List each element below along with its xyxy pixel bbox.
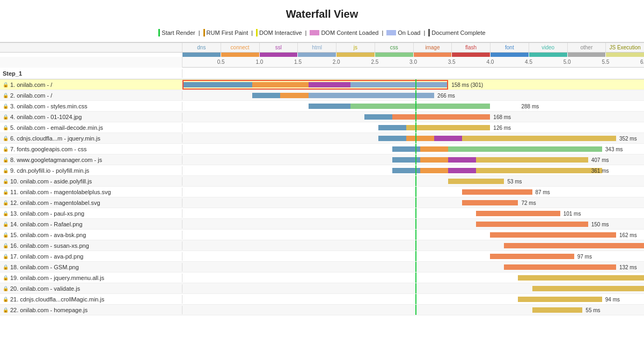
table-row[interactable]: 🔒19. onilab.com - jquery.mmenu.all.js225… bbox=[0, 272, 644, 283]
table-row[interactable]: 🔒9. cdn.polyfill.io - polyfill.min.js361… bbox=[0, 165, 644, 176]
table-row[interactable]: 🔒21. cdnjs.cloudfla...crollMagic.min.js9… bbox=[0, 294, 644, 305]
scale-label-5.0: 5.0 bbox=[564, 59, 571, 65]
row-name-cell: 🔒4. onilab.com - 01-1024.jpg bbox=[0, 113, 182, 121]
vline bbox=[415, 305, 416, 315]
js-color-band bbox=[336, 53, 375, 57]
col-video: video bbox=[529, 43, 568, 52]
row-name-text: 4. onilab.com - 01-1024.jpg bbox=[10, 114, 82, 120]
table-row[interactable]: 🔒4. onilab.com - 01-1024.jpg168 ms bbox=[0, 112, 644, 122]
col-other: other bbox=[568, 43, 606, 52]
bar-label: 97 ms bbox=[576, 253, 592, 259]
table-row[interactable]: 🔒14. onilab.com - Rafael.png150 ms bbox=[0, 219, 644, 230]
col-headers: dns connect ssl html js css image flash … bbox=[0, 42, 644, 53]
row-chart-cell: 407 ms bbox=[182, 154, 644, 165]
table-row[interactable]: 🔒8. www.googletagmanager.com - js407 ms bbox=[0, 154, 644, 165]
scale-label-5.5: 5.5 bbox=[602, 59, 609, 65]
bar-segment bbox=[448, 168, 476, 173]
table-row[interactable]: 🔒18. onilab.com - GSM.png132 ms bbox=[0, 262, 644, 272]
legend-on-load: On Load bbox=[386, 30, 420, 36]
bar-label: 53 ms bbox=[506, 178, 522, 184]
bar-label: 94 ms bbox=[604, 296, 620, 302]
lock-icon: 🔒 bbox=[3, 264, 9, 270]
bar-segment bbox=[490, 232, 616, 238]
bar-segment bbox=[504, 243, 644, 248]
col-image: image bbox=[414, 43, 452, 52]
lock-icon: 🔒 bbox=[3, 286, 9, 291]
row-name-cell: 🔒12. onilab.com - magentolabel.svg bbox=[0, 198, 182, 207]
bar-segment bbox=[350, 82, 448, 87]
bar-segment bbox=[462, 136, 616, 141]
table-row[interactable]: 🔒22. onilab.com - homepage.js55 ms bbox=[0, 305, 644, 315]
row-name-cell: 🔒13. onilab.com - paul-xs.png bbox=[0, 209, 182, 218]
bar-segment bbox=[309, 104, 350, 109]
table-row[interactable]: 🔒6. cdnjs.cloudfla...m - jquery.min.js35… bbox=[0, 133, 644, 144]
document-complete-label: Document Complete bbox=[431, 30, 485, 36]
lock-icon: 🔒 bbox=[3, 104, 9, 109]
row-chart-cell: 150 ms bbox=[182, 219, 644, 229]
type-color-bands bbox=[0, 53, 644, 57]
row-name-cell: 🔒3. onilab.com - styles.min.css bbox=[0, 102, 182, 110]
lock-icon: 🔒 bbox=[3, 243, 9, 248]
bar-segment bbox=[476, 168, 602, 173]
row-name-text: 20. onilab.com - validate.js bbox=[10, 285, 80, 292]
table-row[interactable]: 🔒10. onilab.com - aside.polyfill.js53 ms bbox=[0, 176, 644, 187]
table-row[interactable]: 🔒20. onilab.com - validate.js176 ms bbox=[0, 283, 644, 294]
table-row[interactable]: 🔒5. onilab.com - email-decode.min.js126 … bbox=[0, 122, 644, 133]
bar-segment bbox=[434, 136, 462, 141]
lock-icon: 🔒 bbox=[3, 157, 9, 163]
row-name-cell: 🔒14. onilab.com - Rafael.png bbox=[0, 220, 182, 229]
video-color-band bbox=[529, 53, 568, 57]
bar-segment bbox=[392, 168, 420, 173]
row-name-text: 17. onilab.com - ava-pd.png bbox=[10, 253, 83, 260]
dom-interactive-color bbox=[256, 29, 258, 36]
row-name-text: 7. fonts.googleapis.com - css bbox=[10, 146, 86, 152]
dom-content-loaded-color bbox=[310, 30, 319, 35]
page-title: Waterfall View bbox=[0, 0, 644, 26]
on-load-color bbox=[386, 30, 396, 35]
bar-segment bbox=[378, 136, 406, 141]
row-name-text: 8. www.googletagmanager.com - js bbox=[10, 157, 102, 163]
vline bbox=[415, 283, 416, 293]
col-font: font bbox=[491, 43, 529, 52]
bar-segment bbox=[476, 211, 560, 216]
bar-segment bbox=[392, 114, 490, 120]
row-name-text: 10. onilab.com - aside.polyfill.js bbox=[10, 178, 92, 185]
on-load-label: On Load bbox=[398, 30, 420, 36]
lock-icon: 🔒 bbox=[3, 275, 9, 281]
table-row[interactable]: 🔒15. onilab.com - ava-bsk.png162 ms bbox=[0, 230, 644, 240]
bar-segment bbox=[420, 157, 448, 163]
table-row[interactable]: 🔒1. onilab.com - /158 ms (301) bbox=[0, 79, 644, 90]
table-row[interactable]: 🔒3. onilab.com - styles.min.css288 ms bbox=[0, 101, 644, 112]
lock-icon: 🔒 bbox=[3, 146, 9, 152]
table-row[interactable]: 🔒7. fonts.googleapis.com - css343 ms bbox=[0, 144, 644, 154]
html-color-band bbox=[298, 53, 336, 57]
bar-segment bbox=[406, 125, 490, 130]
rum-first-paint-label: RUM First Paint bbox=[207, 30, 248, 36]
legend-dom-content-loaded: DOM Content Loaded bbox=[310, 30, 378, 36]
bar-segment bbox=[252, 93, 280, 98]
row-chart-cell: 168 ms bbox=[182, 112, 644, 122]
bar-segment bbox=[252, 82, 308, 87]
ssl-color-band bbox=[260, 53, 298, 57]
row-chart-cell: 352 ms bbox=[182, 133, 644, 143]
row-name-text: 1. onilab.com - / bbox=[10, 82, 52, 88]
step-label: Step_1 bbox=[0, 69, 182, 78]
row-chart-cell: 126 ms bbox=[182, 122, 644, 132]
col-ssl: ssl bbox=[260, 43, 298, 52]
legend-document-complete: Document Complete bbox=[428, 29, 485, 36]
table-row[interactable]: 🔒11. onilab.com - magentolabelplus.svg87… bbox=[0, 187, 644, 197]
table-row[interactable]: 🔒17. onilab.com - ava-pd.png97 ms bbox=[0, 251, 644, 262]
vline bbox=[415, 262, 416, 272]
bar-segment bbox=[420, 168, 448, 173]
lock-icon: 🔒 bbox=[3, 297, 9, 302]
col-css: css bbox=[375, 43, 414, 52]
row-chart-cell: 132 ms bbox=[182, 262, 644, 272]
table-row[interactable]: 🔒2. onilab.com - /266 ms bbox=[0, 90, 644, 101]
scale-label-0.5: 0.5 bbox=[217, 59, 225, 65]
table-row[interactable]: 🔒13. onilab.com - paul-xs.png101 ms bbox=[0, 208, 644, 219]
table-row[interactable]: 🔒16. onilab.com - susan-xs.png171 ms bbox=[0, 240, 644, 251]
css-color-band bbox=[375, 53, 414, 57]
table-row[interactable]: 🔒12. onilab.com - magentolabel.svg72 ms bbox=[0, 197, 644, 208]
lock-icon: 🔒 bbox=[3, 254, 9, 259]
row-name-text: 6. cdnjs.cloudfla...m - jquery.min.js bbox=[10, 135, 100, 142]
